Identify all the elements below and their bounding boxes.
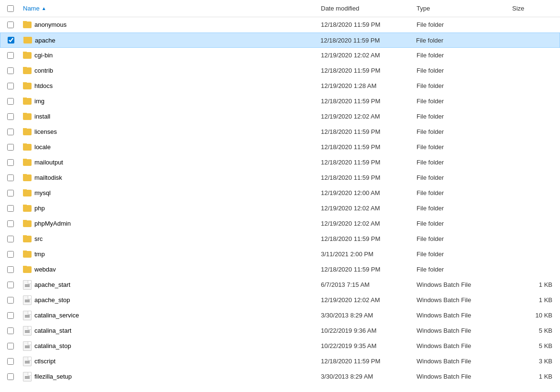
folder-icon	[23, 113, 32, 120]
row-checkbox-col	[0, 98, 21, 105]
row-filename: catalina_stop	[34, 342, 71, 349]
table-row[interactable]: mailoutput12/18/2020 11:59 PMFile folder	[0, 155, 560, 170]
type-column-header[interactable]: Type	[417, 5, 512, 12]
table-row[interactable]: ctlscript12/18/2020 11:59 PMWindows Batc…	[0, 354, 560, 369]
folder-icon	[23, 129, 32, 135]
row-type: File folder	[417, 82, 512, 89]
table-row[interactable]: tmp3/11/2021 2:00 PMFile folder	[0, 247, 560, 262]
row-type: File folder	[417, 128, 512, 135]
table-row[interactable]: catalina_service3/30/2013 8:29 AMWindows…	[0, 308, 560, 323]
row-checkbox[interactable]	[7, 220, 14, 227]
table-row[interactable]: anonymous12/18/2020 11:59 PMFile folder	[0, 17, 560, 33]
row-checkbox[interactable]	[7, 343, 14, 349]
row-checkbox-col	[0, 282, 21, 288]
row-checkbox[interactable]	[7, 129, 14, 135]
table-row[interactable]: catalina_start10/22/2019 9:36 AMWindows …	[0, 323, 560, 338]
row-checkbox[interactable]	[7, 174, 14, 181]
row-checkbox[interactable]	[7, 327, 14, 334]
row-checkbox[interactable]	[7, 22, 14, 28]
row-name-col: catalina_service	[21, 311, 321, 320]
row-checkbox-col	[0, 312, 21, 319]
row-name-col: htdocs	[21, 82, 321, 89]
name-column-header[interactable]: Name ▲	[21, 5, 321, 12]
row-checkbox[interactable]	[8, 37, 14, 44]
folder-icon	[23, 190, 32, 196]
table-row[interactable]: webdav12/18/2020 11:59 PMFile folder	[0, 262, 560, 277]
row-filename: img	[34, 98, 44, 105]
table-row[interactable]: licenses12/18/2020 11:59 PMFile folder	[0, 124, 560, 140]
row-checkbox[interactable]	[7, 52, 14, 59]
table-row[interactable]: cgi-bin12/19/2020 12:02 AMFile folder	[0, 48, 560, 63]
table-row[interactable]: filezilla_setup3/30/2013 8:29 AMWindows …	[0, 369, 560, 384]
row-name-col: src	[21, 235, 321, 242]
row-name-col: install	[21, 113, 321, 120]
select-all-checkbox-col[interactable]	[0, 5, 21, 12]
table-row[interactable]: phpMyAdmin12/19/2020 12:02 AMFile folder	[0, 216, 560, 231]
folder-icon	[23, 205, 32, 212]
table-row[interactable]: src12/18/2020 11:59 PMFile folder	[0, 231, 560, 247]
table-row[interactable]: locale12/18/2020 11:59 PMFile folder	[0, 140, 560, 155]
row-filename: install	[34, 113, 50, 120]
row-name-col: filezilla_setup	[21, 372, 321, 381]
row-filename: catalina_start	[34, 327, 71, 334]
row-checkbox-col	[0, 144, 21, 151]
row-name-col: apache_stop	[21, 295, 321, 305]
row-filename: tmp	[34, 250, 45, 258]
row-checkbox[interactable]	[7, 67, 14, 74]
table-row[interactable]: apache12/18/2020 11:59 PMFile folder	[0, 33, 560, 48]
row-checkbox[interactable]	[7, 98, 14, 105]
row-checkbox[interactable]	[7, 282, 14, 288]
row-name-col: tmp	[21, 250, 321, 258]
row-type: File folder	[417, 205, 512, 212]
table-row[interactable]: img12/18/2020 11:59 PMFile folder	[0, 94, 560, 109]
row-checkbox[interactable]	[7, 236, 14, 242]
row-checkbox[interactable]	[7, 297, 14, 304]
row-name-col: catalina_start	[21, 326, 321, 336]
table-row[interactable]: apache_start6/7/2013 7:15 AMWindows Batc…	[0, 277, 560, 293]
row-checkbox[interactable]	[7, 205, 14, 212]
row-filename: apache_stop	[34, 296, 70, 304]
row-name-col: webdav	[21, 266, 321, 273]
table-row[interactable]: catalina_stop10/22/2019 9:35 AMWindows B…	[0, 338, 560, 354]
row-filename: php	[34, 205, 45, 212]
row-checkbox[interactable]	[7, 144, 14, 151]
row-filename: htdocs	[34, 82, 53, 89]
table-row[interactable]: htdocs12/19/2020 1:28 AMFile folder	[0, 78, 560, 94]
row-checkbox[interactable]	[7, 190, 14, 196]
date-column-header[interactable]: Date modified	[321, 5, 417, 12]
folder-icon	[23, 98, 32, 105]
row-filename: locale	[34, 143, 51, 151]
row-date: 12/18/2020 11:59 PM	[321, 174, 417, 181]
row-type: Windows Batch File	[417, 358, 512, 365]
row-checkbox[interactable]	[7, 251, 14, 258]
row-type: File folder	[417, 266, 512, 273]
table-row[interactable]: apache_stop12/19/2020 12:02 AMWindows Ba…	[0, 293, 560, 308]
row-checkbox-col	[0, 190, 21, 196]
size-column-header[interactable]: Size	[512, 5, 560, 12]
row-checkbox[interactable]	[7, 83, 14, 89]
table-row[interactable]: php12/19/2020 12:02 AMFile folder	[0, 201, 560, 216]
row-checkbox[interactable]	[7, 159, 14, 166]
table-row[interactable]: contrib12/18/2020 11:59 PMFile folder	[0, 63, 560, 78]
row-checkbox[interactable]	[7, 373, 14, 380]
row-checkbox-col	[0, 297, 21, 304]
select-all-checkbox[interactable]	[7, 5, 14, 12]
row-name-col: cgi-bin	[21, 52, 321, 59]
table-row[interactable]: install12/19/2020 12:02 AMFile folder	[0, 109, 560, 124]
row-checkbox[interactable]	[7, 266, 14, 273]
row-checkbox[interactable]	[7, 312, 14, 319]
row-filename: cgi-bin	[34, 52, 53, 59]
row-type: File folder	[416, 37, 512, 44]
row-type: File folder	[417, 159, 512, 166]
table-row[interactable]: mailtodisk12/18/2020 11:59 PMFile folder	[0, 170, 560, 185]
row-checkbox[interactable]	[7, 113, 14, 120]
row-name-col: img	[21, 98, 321, 105]
row-checkbox-col	[0, 220, 21, 227]
table-row[interactable]: mysql12/19/2020 12:00 AMFile folder	[0, 185, 560, 201]
folder-icon	[23, 144, 32, 151]
row-checkbox-col	[0, 266, 21, 273]
row-filename: filezilla_setup	[34, 373, 72, 380]
row-checkbox[interactable]	[7, 358, 14, 365]
row-checkbox-col	[0, 174, 21, 181]
row-date: 12/18/2020 11:59 PM	[321, 21, 417, 28]
